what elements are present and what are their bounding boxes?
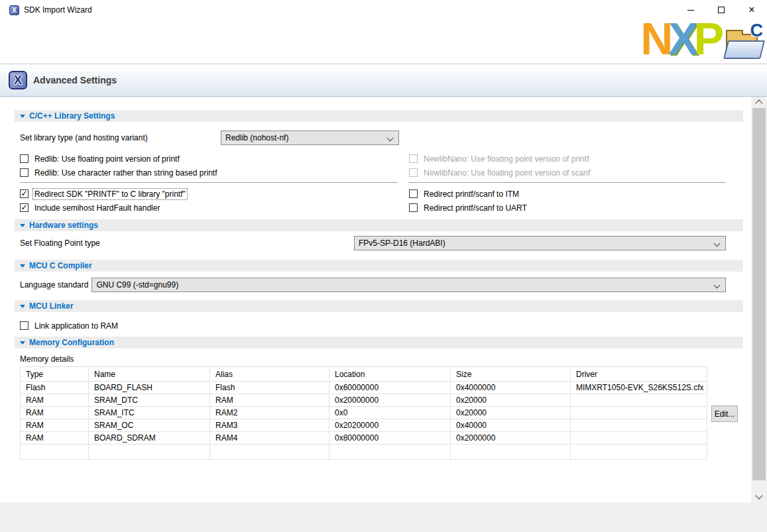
library-type-dropdown[interactable]: Redlib (nohost-nf) [221,131,399,145]
table-cell: RAM [210,394,329,407]
column-header[interactable]: Location [329,367,451,382]
section-mcu-c-compiler[interactable]: MCU C Compiler [15,260,743,272]
checkbox-row: Redlib: Use character rather than string… [20,166,398,180]
checkbox-row: ✓Include semihost HardFault handler [20,201,398,215]
nxp-letter-x: X [668,13,693,64]
checkbox-label: Redirect printf/scanf to UART [422,203,528,213]
scroll-region: C/C++ Library Settings Set library type … [0,97,767,502]
table-row[interactable]: RAMSRAM_DTCRAM0x200000000x20000 [21,394,707,407]
checkbox[interactable] [20,168,29,177]
section-title: Hardware settings [29,221,98,230]
floating-point-label: Set Floating Point type [20,239,354,248]
library-checks-right: NewlibNano: Use floating point version o… [409,152,726,215]
library-type-value: Redlib (nohost-nf) [225,133,288,142]
footer-gap [0,502,767,532]
checkbox-row: Redlib: Use floating point version of pr… [20,152,398,166]
checkbox-label: Redirect SDK "PRINTF" to C library "prin… [33,189,187,199]
checkbox-label: Include semihost HardFault handler [33,203,161,213]
table-row[interactable]: RAMSRAM_ITCRAM20x00x20000 [21,407,707,419]
table-row-empty[interactable] [21,445,707,460]
table-cell: BOARD_FLASH [89,382,210,394]
table-cell: Flash [210,382,329,394]
window-title: SDK Import Wizard [24,5,92,15]
scroll-down-icon[interactable] [755,492,762,499]
library-type-label: Set library type (and hosting variant) [20,133,221,142]
collapse-triangle-icon [20,224,25,227]
table-cell [571,445,707,460]
memory-table: TypeNameAliasLocationSizeDriver FlashBOA… [20,366,707,460]
column-header[interactable]: Alias [210,367,329,382]
nxp-logo: NXP [640,16,719,61]
table-header-row: TypeNameAliasLocationSizeDriver [21,367,707,382]
checkbox[interactable] [20,321,29,330]
edit-button[interactable]: Edit... [711,405,738,422]
section-mcu-linker[interactable]: MCU Linker [15,300,743,312]
table-cell [571,419,707,432]
table-cell [571,407,707,419]
table-cell [210,445,329,460]
table-cell [21,445,89,460]
memory-details-label: Memory details [15,354,726,364]
nxp-letter-n: N [640,13,668,64]
checkbox-label: Redlib: Use character rather than string… [33,168,218,178]
nxp-letter-p: P [694,13,719,64]
maximize-icon [718,7,725,13]
table-cell: RAM [21,419,89,432]
close-button[interactable]: × [737,0,767,20]
checkbox[interactable] [20,154,29,163]
table-cell: 0x0 [329,407,451,419]
divider [409,182,726,183]
collapse-triangle-icon [20,115,25,118]
table-cell: RAM3 [210,419,329,432]
language-standard-value: GNU C99 (-std=gnu99) [96,280,178,290]
floating-point-dropdown[interactable]: FPv5-SP-D16 (HardABI) [354,236,726,250]
checkbox[interactable] [409,203,418,212]
library-checks-left: Redlib: Use floating point version of pr… [20,152,398,215]
checkbox-row: NewlibNano: Use floating point version o… [409,152,726,166]
scrollbar-thumb[interactable] [752,108,766,480]
collapse-triangle-icon [20,264,25,268]
table-row[interactable]: RAMBOARD_SDRAMRAM40x800000000x2000000 [21,432,707,445]
language-standard-label: Language standard [20,280,88,290]
close-icon: × [748,5,754,15]
chevron-down-icon [714,240,721,247]
section-hardware-settings[interactable]: Hardware settings [15,219,743,231]
logo-strip: NXP C [0,20,767,64]
checkbox-row: ✓Redirect SDK "PRINTF" to C library "pri… [20,187,398,201]
column-header[interactable]: Type [21,367,89,382]
section-title: Memory Configuration [29,338,114,347]
column-header[interactable]: Driver [571,367,707,382]
language-standard-dropdown[interactable]: GNU C99 (-std=gnu99) [91,278,726,292]
page-title: Advanced Settings [33,75,117,85]
table-cell: 0x40000 [451,419,571,432]
table-cell: RAM [21,394,89,407]
collapse-triangle-icon [20,341,25,345]
table-cell: 0x4000000 [451,382,571,394]
vertical-scrollbar[interactable] [751,97,767,502]
minimize-icon [687,10,694,11]
table-row[interactable]: FlashBOARD_FLASHFlash0x600000000x4000000… [21,382,707,394]
checkbox-label: NewlibNano: Use floating point version o… [422,168,591,178]
checkbox[interactable]: ✓ [20,189,29,198]
section-title: C/C++ Library Settings [29,111,115,121]
table-cell: 0x20000000 [329,394,451,407]
c-folder-icon: C [723,25,764,61]
checkbox-label: Link application to RAM [33,321,119,331]
checkbox-row: Redirect printf/scanf to ITM [409,187,726,201]
column-header[interactable]: Size [451,367,571,382]
checkbox [409,154,418,163]
section-library-settings[interactable]: C/C++ Library Settings [15,110,743,122]
column-header[interactable]: Name [89,367,210,382]
checkbox[interactable] [409,189,418,198]
section-memory-configuration[interactable]: Memory Configuration [15,337,743,348]
checkbox-label: Redlib: Use floating point version of pr… [33,154,181,164]
table-cell: RAM2 [210,407,329,419]
memory-table-zone: TypeNameAliasLocationSizeDriver FlashBOA… [20,366,726,460]
table-cell: MIMXRT1050-EVK_S26KS512S.cfx [571,382,707,394]
checkbox[interactable]: ✓ [20,203,29,212]
scroll-up-icon[interactable] [755,99,762,107]
library-type-row: Set library type (and hosting variant) R… [15,131,726,145]
table-row[interactable]: RAMSRAM_OCRAM30x202000000x40000 [21,419,707,432]
floating-point-value: FPv5-SP-D16 (HardABI) [359,239,445,248]
divider [20,182,398,183]
